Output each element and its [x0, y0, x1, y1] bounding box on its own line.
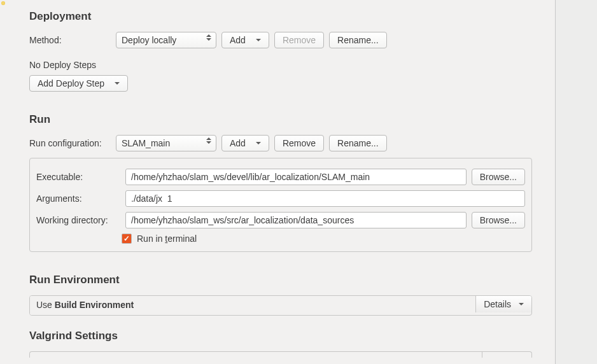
chevron-down-icon — [256, 39, 261, 41]
use-prefix: Use — [36, 300, 55, 310]
run-heading: Run — [29, 113, 555, 126]
run-rename-button[interactable]: Rename... — [329, 135, 387, 151]
arguments-label: Arguments: — [36, 193, 120, 204]
right-gutter — [555, 0, 597, 364]
deployment-heading: Deployment — [29, 10, 555, 23]
rt-suffix: erminal — [167, 234, 197, 244]
run-env-bar: Use Build Environment Details — [29, 295, 532, 316]
run-in-terminal-label: Run in terminal — [137, 234, 197, 244]
use-bold: Build Environment — [55, 300, 134, 310]
run-config-combo[interactable]: SLAM_main — [116, 135, 216, 151]
add-label: Add — [230, 35, 246, 45]
remove-label: Remove — [283, 138, 316, 148]
no-deploy-steps-label: No Deploy Steps — [29, 60, 555, 70]
details-label: Details — [484, 299, 511, 309]
rename-label: Rename... — [337, 138, 379, 148]
method-combo-value: Deploy locally — [116, 32, 216, 48]
run-env-heading: Run Environment — [29, 274, 555, 286]
run-in-terminal-row: ✓ Run in terminal — [122, 234, 525, 244]
add-deploy-step-label: Add Deploy Step — [38, 78, 104, 88]
method-combo[interactable]: Deploy locally — [116, 32, 216, 48]
rename-label: Rename... — [337, 35, 379, 45]
valgrind-heading: Valgrind Settings — [29, 330, 555, 342]
executable-input[interactable] — [125, 169, 467, 185]
deployment-rename-button[interactable]: Rename... — [329, 32, 387, 48]
window-edge-strip — [0, 0, 8, 364]
executable-row: Executable: Browse... — [36, 169, 525, 185]
run-in-terminal-checkbox[interactable]: ✓ — [122, 234, 132, 244]
run-settings-panel: Executable: Browse... Arguments: Working… — [29, 158, 532, 252]
workdir-row: Working directory: Browse... — [36, 212, 525, 228]
add-deploy-step-button[interactable]: Add Deploy Step — [29, 75, 128, 92]
workdir-label: Working directory: — [36, 215, 120, 225]
chevron-down-icon — [115, 82, 120, 85]
run-config-row: Run configuration: SLAM_main Add Remove … — [29, 135, 555, 151]
arguments-input[interactable] — [125, 190, 525, 207]
run-add-button[interactable]: Add — [221, 135, 269, 151]
details-button[interactable]: Details — [475, 296, 531, 312]
browse-label: Browse... — [480, 215, 517, 225]
remove-label: Remove — [283, 35, 316, 45]
run-env-text: Use Build Environment — [30, 296, 475, 315]
deployment-remove-button: Remove — [274, 32, 324, 48]
run-remove-button[interactable]: Remove — [274, 135, 324, 151]
add-label: Add — [230, 138, 246, 148]
rt-prefix: Run in — [137, 234, 165, 244]
executable-label: Executable: — [36, 172, 120, 182]
workdir-input[interactable] — [125, 212, 467, 228]
deployment-add-button[interactable]: Add — [221, 32, 269, 48]
method-label: Method: — [29, 35, 111, 45]
executable-browse-button[interactable]: Browse... — [472, 169, 525, 185]
settings-main: Deployment Method: Deploy locally Add Re… — [8, 0, 555, 364]
valgrind-bar-partial — [29, 351, 532, 358]
chevron-down-icon — [256, 142, 261, 144]
run-config-value: SLAM_main — [116, 135, 216, 151]
workdir-browse-button[interactable]: Browse... — [472, 212, 525, 228]
chevron-down-icon — [519, 303, 524, 305]
arguments-row: Arguments: — [36, 190, 525, 207]
run-config-label: Run configuration: — [29, 138, 111, 148]
deployment-method-row: Method: Deploy locally Add Remove Rename… — [29, 32, 555, 48]
browse-label: Browse... — [480, 172, 517, 182]
